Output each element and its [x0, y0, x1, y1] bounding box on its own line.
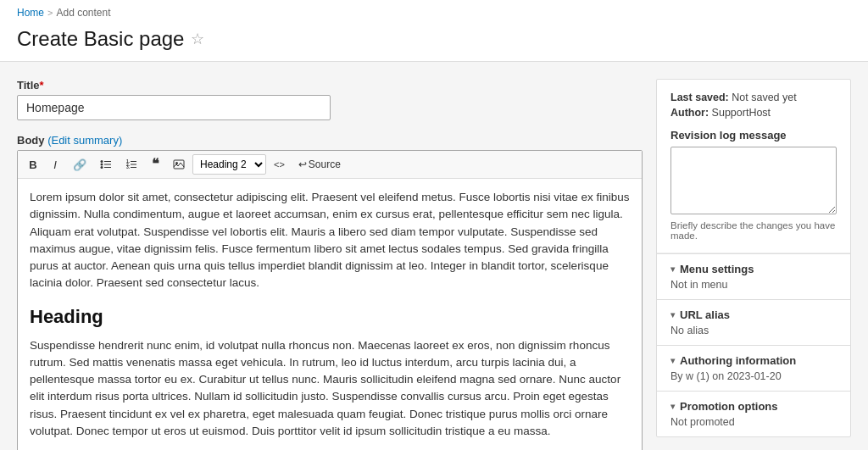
svg-point-2 — [101, 164, 103, 166]
promotion-chevron: ▾ — [670, 402, 675, 411]
promotion-header[interactable]: ▾ Promotion options — [670, 400, 837, 413]
authoring-section: ▾ Authoring information By w (1) on 2023… — [657, 345, 850, 391]
required-marker: * — [40, 79, 44, 92]
body-paragraph-2: Suspendisse hendrerit nunc enim, id volu… — [30, 337, 630, 441]
source-icon: ↩ — [298, 158, 307, 170]
heading-select[interactable]: Heading 2 Heading 1 Heading 3 Paragraph — [192, 154, 266, 175]
bullet-list-button[interactable] — [94, 154, 118, 175]
title-field: Title* — [17, 79, 643, 120]
svg-rect-9 — [131, 164, 136, 165]
edit-summary-link[interactable]: (Edit summary) — [47, 134, 122, 147]
authoring-header[interactable]: ▾ Authoring information — [670, 354, 837, 367]
revision-hint: Briefly describe the changes you have ma… — [670, 220, 837, 241]
url-alias-value: No alias — [670, 325, 837, 336]
svg-point-4 — [101, 166, 103, 169]
url-alias-section: ▾ URL alias No alias — [657, 299, 850, 345]
svg-text:3.: 3. — [126, 164, 131, 169]
body-heading: Heading — [30, 303, 630, 331]
bold-button[interactable]: B — [23, 154, 43, 175]
favorite-icon[interactable]: ☆ — [191, 30, 204, 48]
editor-content[interactable]: Lorem ipsum dolor sit amet, consectetur … — [18, 179, 642, 450]
revision-log-label: Revision log message — [670, 129, 837, 142]
url-alias-chevron: ▾ — [670, 310, 675, 319]
content-area: Title* Body (Edit summary) B I 🔗 1.2.3. — [17, 79, 643, 450]
image-button[interactable] — [167, 154, 191, 175]
body-label: Body (Edit summary) — [17, 134, 643, 147]
body-field: Body (Edit summary) B I 🔗 1.2.3. ❝ — [17, 134, 643, 450]
revision-log-textarea[interactable] — [670, 147, 837, 214]
svg-rect-5 — [104, 167, 111, 168]
svg-rect-11 — [131, 167, 136, 168]
link-button[interactable]: 🔗 — [67, 154, 92, 175]
svg-rect-7 — [131, 161, 136, 162]
authoring-value: By w (1) on 2023-01-20 — [670, 370, 837, 382]
blockquote-button[interactable]: ❝ — [145, 154, 165, 175]
promotion-value: Not promoted — [670, 416, 837, 428]
page-title: Create Basic page ☆ — [17, 22, 851, 61]
code-source-button[interactable]: <> — [268, 154, 291, 175]
promotion-section: ▾ Promotion options Not promoted — [657, 391, 850, 436]
menu-settings-section: ▾ Menu settings Not in menu — [657, 253, 850, 299]
breadcrumb-separator: > — [47, 8, 53, 18]
sidebar-meta-section: Last saved: Not saved yet Author: Suppor… — [657, 80, 850, 253]
author-row: Author: SupportHost — [670, 107, 837, 119]
title-input[interactable] — [17, 95, 331, 120]
breadcrumb-current: Add content — [56, 7, 110, 19]
title-label: Title* — [17, 79, 643, 92]
body-paragraph-1: Lorem ipsum dolor sit amet, consectetur … — [30, 189, 630, 292]
breadcrumb: Home > Add content — [17, 7, 851, 19]
svg-rect-3 — [104, 164, 111, 165]
url-alias-header[interactable]: ▾ URL alias — [670, 308, 837, 321]
sidebar: Last saved: Not saved yet Author: Suppor… — [656, 79, 851, 437]
menu-settings-chevron: ▾ — [670, 264, 675, 274]
authoring-chevron: ▾ — [670, 356, 675, 365]
svg-point-0 — [101, 160, 103, 163]
svg-point-13 — [175, 162, 178, 164]
menu-settings-value: Not in menu — [670, 279, 837, 291]
menu-settings-header[interactable]: ▾ Menu settings — [670, 263, 837, 275]
italic-button[interactable]: I — [45, 154, 65, 175]
editor-wrapper: B I 🔗 1.2.3. ❝ Heading 2 Headi — [17, 150, 643, 450]
breadcrumb-home[interactable]: Home — [17, 7, 44, 19]
sidebar-card: Last saved: Not saved yet Author: Suppor… — [656, 79, 851, 437]
svg-rect-1 — [104, 161, 111, 162]
numbered-list-button[interactable]: 1.2.3. — [120, 154, 143, 175]
source-button[interactable]: ↩ Source — [292, 154, 347, 175]
editor-toolbar: B I 🔗 1.2.3. ❝ Heading 2 Headi — [18, 151, 642, 179]
last-saved-row: Last saved: Not saved yet — [670, 92, 837, 103]
